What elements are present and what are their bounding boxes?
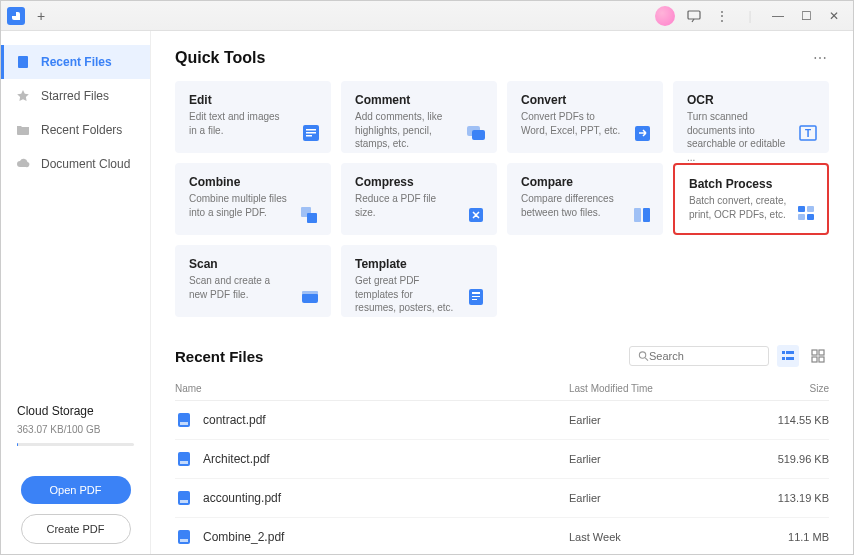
table-row[interactable]: accounting.pdf Earlier 113.19 KB bbox=[175, 479, 829, 518]
svg-text:T: T bbox=[805, 128, 811, 139]
storage-bar bbox=[17, 443, 134, 446]
compare-icon bbox=[631, 205, 653, 225]
file-time: Earlier bbox=[569, 414, 749, 426]
search-box[interactable] bbox=[629, 346, 769, 366]
table-row[interactable]: Combine_2.pdf Last Week 11.1 MB bbox=[175, 518, 829, 554]
search-icon bbox=[638, 350, 649, 362]
svg-rect-16 bbox=[643, 208, 650, 222]
compress-icon bbox=[465, 205, 487, 225]
cloud-storage-section: Cloud Storage 363.07 KB/100 GB bbox=[1, 404, 150, 476]
content-area: Quick Tools ⋯ Edit Edit text and images … bbox=[151, 31, 853, 554]
pdf-icon bbox=[175, 489, 193, 507]
app-logo bbox=[7, 7, 25, 25]
minimize-button[interactable]: — bbox=[765, 3, 791, 29]
sidebar-item-label: Starred Files bbox=[41, 89, 109, 103]
svg-rect-6 bbox=[306, 135, 312, 137]
tool-desc: Batch convert, create, print, OCR PDFs, … bbox=[689, 194, 789, 221]
sidebar: Recent Files Starred Files Recent Folder… bbox=[1, 31, 151, 554]
tools-grid: Edit Edit text and images in a file. Com… bbox=[175, 81, 829, 317]
cloud-icon bbox=[15, 156, 31, 172]
svg-rect-21 bbox=[302, 293, 318, 303]
svg-rect-35 bbox=[819, 357, 824, 362]
table-row[interactable]: Architect.pdf Earlier 519.96 KB bbox=[175, 440, 829, 479]
sidebar-item-recent-folders[interactable]: Recent Folders bbox=[1, 113, 150, 147]
menu-icon[interactable]: ⋮ bbox=[709, 3, 735, 29]
add-tab-button[interactable]: + bbox=[31, 6, 51, 26]
sidebar-item-document-cloud[interactable]: Document Cloud bbox=[1, 147, 150, 181]
col-name: Name bbox=[175, 383, 569, 394]
svg-rect-5 bbox=[306, 132, 316, 134]
quick-tools-title: Quick Tools bbox=[175, 49, 265, 67]
sidebar-item-label: Document Cloud bbox=[41, 157, 130, 171]
list-view-button[interactable] bbox=[777, 345, 799, 367]
tool-template[interactable]: Template Get great PDF templates for res… bbox=[341, 245, 497, 317]
tool-scan[interactable]: Scan Scan and create a new PDF file. bbox=[175, 245, 331, 317]
file-time: Last Week bbox=[569, 531, 749, 543]
tool-convert[interactable]: Convert Convert PDFs to Word, Excel, PPT… bbox=[507, 81, 663, 153]
tool-title: OCR bbox=[687, 93, 815, 107]
svg-point-27 bbox=[639, 352, 645, 358]
more-icon[interactable]: ⋯ bbox=[813, 50, 829, 66]
profile-orb[interactable] bbox=[655, 6, 675, 26]
tool-ocr[interactable]: OCR Turn scanned documents into searchab… bbox=[673, 81, 829, 153]
tool-edit[interactable]: Edit Edit text and images in a file. bbox=[175, 81, 331, 153]
tool-desc: Get great PDF templates for resumes, pos… bbox=[355, 274, 455, 315]
tool-title: Compare bbox=[521, 175, 649, 189]
tool-title: Convert bbox=[521, 93, 649, 107]
file-time: Earlier bbox=[569, 453, 749, 465]
create-pdf-button[interactable]: Create PDF bbox=[21, 514, 131, 544]
file-name: Architect.pdf bbox=[203, 452, 270, 466]
table-row[interactable]: contract.pdf Earlier 114.55 KB bbox=[175, 401, 829, 440]
tool-desc: Reduce a PDF file size. bbox=[355, 192, 455, 219]
tool-title: Combine bbox=[189, 175, 317, 189]
pdf-icon bbox=[175, 411, 193, 429]
tool-desc: Edit text and images in a file. bbox=[189, 110, 289, 137]
svg-rect-26 bbox=[472, 299, 477, 300]
svg-rect-24 bbox=[472, 292, 480, 294]
star-icon bbox=[15, 88, 31, 104]
tool-combine[interactable]: Combine Combine multiple files into a si… bbox=[175, 163, 331, 235]
file-time: Earlier bbox=[569, 492, 749, 504]
file-size: 11.1 MB bbox=[749, 531, 829, 543]
svg-rect-8 bbox=[472, 130, 485, 140]
file-size: 519.96 KB bbox=[749, 453, 829, 465]
svg-rect-1 bbox=[688, 11, 700, 19]
comment-icon bbox=[465, 123, 487, 143]
file-name: Combine_2.pdf bbox=[203, 530, 284, 544]
tool-desc: Compare differences between two files. bbox=[521, 192, 621, 219]
tool-title: Comment bbox=[355, 93, 483, 107]
edit-icon bbox=[299, 123, 321, 143]
titlebar: + ⋮ | — ☐ ✕ bbox=[1, 1, 853, 31]
open-pdf-button[interactable]: Open PDF bbox=[21, 476, 131, 504]
tool-comment[interactable]: Comment Add comments, like highlights, p… bbox=[341, 81, 497, 153]
feedback-icon[interactable] bbox=[681, 3, 707, 29]
svg-rect-4 bbox=[306, 129, 316, 131]
maximize-button[interactable]: ☐ bbox=[793, 3, 819, 29]
tool-compare[interactable]: Compare Compare differences between two … bbox=[507, 163, 663, 235]
svg-rect-17 bbox=[798, 206, 805, 212]
file-size: 114.55 KB bbox=[749, 414, 829, 426]
sidebar-item-label: Recent Files bbox=[41, 55, 112, 69]
svg-rect-18 bbox=[807, 206, 814, 212]
sidebar-item-recent-files[interactable]: Recent Files bbox=[1, 45, 150, 79]
folder-icon bbox=[15, 122, 31, 138]
convert-icon bbox=[631, 123, 653, 143]
sidebar-item-starred-files[interactable]: Starred Files bbox=[1, 79, 150, 113]
svg-rect-13 bbox=[307, 213, 317, 223]
file-name: accounting.pdf bbox=[203, 491, 281, 505]
svg-rect-33 bbox=[819, 350, 824, 355]
tool-title: Batch Process bbox=[689, 177, 813, 191]
storage-title: Cloud Storage bbox=[17, 404, 134, 418]
file-icon bbox=[15, 54, 31, 70]
grid-view-button[interactable] bbox=[807, 345, 829, 367]
tool-desc: Convert PDFs to Word, Excel, PPT, etc. bbox=[521, 110, 621, 137]
tool-batch-process[interactable]: Batch Process Batch convert, create, pri… bbox=[673, 163, 829, 235]
tool-title: Template bbox=[355, 257, 483, 271]
svg-rect-31 bbox=[786, 357, 794, 360]
search-input[interactable] bbox=[649, 350, 760, 362]
tool-title: Scan bbox=[189, 257, 317, 271]
col-size: Size bbox=[749, 383, 829, 394]
close-button[interactable]: ✕ bbox=[821, 3, 847, 29]
tool-compress[interactable]: Compress Reduce a PDF file size. bbox=[341, 163, 497, 235]
ocr-icon: T bbox=[797, 123, 819, 143]
